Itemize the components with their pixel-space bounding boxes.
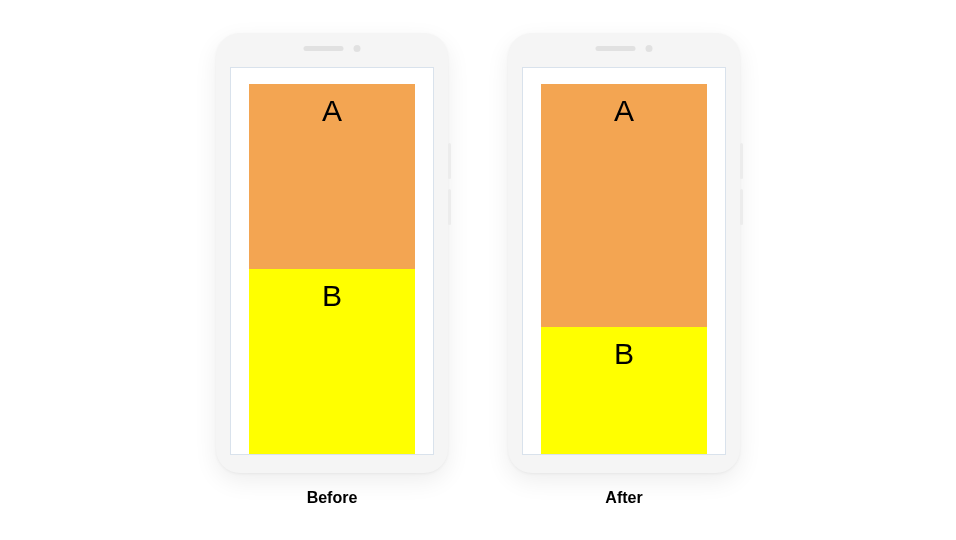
phone-camera-icon	[354, 45, 361, 52]
caption-after: After	[605, 489, 642, 507]
phone-speaker-icon	[304, 46, 344, 51]
phone-side-button-icon	[740, 143, 743, 179]
block-a-letter: A	[322, 94, 342, 128]
block-b-letter: B	[614, 337, 634, 371]
phone-mockup-after: A B	[508, 33, 740, 473]
caption-before: Before	[307, 489, 358, 507]
block-b-letter: B	[322, 279, 342, 313]
phone-screen-after: A B	[522, 67, 726, 455]
phone-screen-before: A B	[230, 67, 434, 455]
block-a-letter: A	[614, 94, 634, 128]
phone-mockup-before: A B	[216, 33, 448, 473]
phone-column-before: A B Before	[216, 33, 448, 507]
phone-column-after: A B After	[508, 33, 740, 507]
diagram-canvas: A B Before A	[0, 0, 956, 540]
phone-camera-icon	[646, 45, 653, 52]
block-b: B	[541, 327, 707, 454]
block-b: B	[249, 269, 415, 454]
phone-speaker-icon	[596, 46, 636, 51]
block-a: A	[249, 84, 415, 269]
phone-notch	[596, 45, 653, 52]
layout-stack: A B	[249, 84, 415, 454]
layout-stack: A B	[541, 84, 707, 454]
block-a: A	[541, 84, 707, 327]
phone-notch	[304, 45, 361, 52]
phone-side-button-icon	[740, 189, 743, 225]
phone-side-button-icon	[448, 189, 451, 225]
phone-side-button-icon	[448, 143, 451, 179]
